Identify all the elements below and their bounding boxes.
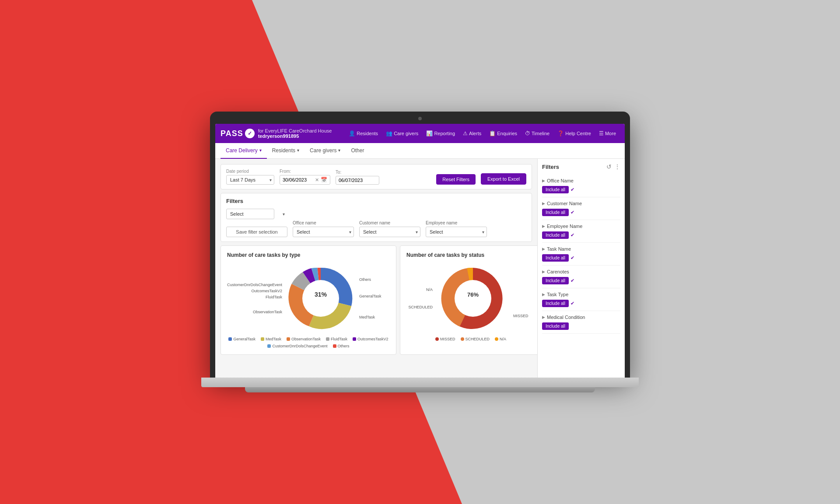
label-medtask: MedTask — [359, 315, 390, 319]
laptop-base — [201, 378, 639, 387]
laptop-foot — [245, 387, 595, 392]
sidebar-filter-task-type: ▶ Task Type Include all ✔ — [542, 288, 620, 311]
nav-other-sec[interactable]: Other — [346, 143, 369, 159]
nav-alerts[interactable]: ⚠ Alerts — [459, 129, 485, 138]
chart1-area: CustomerDnrDolsChangeEvent OutcomesTaskV… — [227, 263, 390, 348]
office-include-all-button[interactable]: Include all — [542, 186, 569, 193]
chart2-donut: 76% — [438, 263, 508, 333]
sidebar-reset-icon[interactable]: ↺ — [606, 163, 612, 170]
sidebar-more-icon[interactable]: ⋮ — [614, 163, 620, 170]
legend-outcomestask: OutcomesTaskV2 — [353, 337, 388, 341]
care-givers-caret: ▾ — [338, 148, 340, 153]
nav-caregivers[interactable]: 👥 Care givers — [382, 129, 422, 138]
from-date-calendar-icon[interactable]: 📅 — [321, 177, 327, 183]
nav-reporting[interactable]: 📊 Reporting — [423, 129, 458, 138]
chart1-right-labels: Others GeneralTask MedTask — [359, 277, 390, 319]
chart1-donut: 31% — [286, 263, 356, 333]
legend-na: N/A — [495, 337, 506, 341]
from-date-input[interactable] — [283, 177, 313, 182]
filter-placeholder-select[interactable]: Select — [226, 209, 274, 219]
sidebar-filter-medical-header[interactable]: ▶ Medical Condition — [542, 315, 620, 320]
medical-include-all-button[interactable]: Include all — [542, 322, 569, 330]
sidebar-header: Filters ↺ ⋮ — [542, 163, 620, 170]
logo-check: ✓ — [245, 129, 255, 138]
sidebar-filter-carenotes: ▶ Carenotes Include all ✔ — [542, 266, 620, 288]
task-type-include-all-button[interactable]: Include all — [542, 300, 569, 307]
nav-more[interactable]: ☰ More — [595, 129, 620, 138]
carenotes-include-all-button[interactable]: Include all — [542, 277, 569, 284]
nav-items: 👤 Residents 👥 Care givers 📊 Reporting — [345, 129, 620, 138]
nav-subtitle: for EveryLIFE CareOrchard House tedryers… — [258, 128, 339, 139]
from-date-group: From: ✕ 📅 — [280, 169, 330, 185]
customer-name-select-wrapper: Select — [359, 227, 420, 237]
residents-icon: 👤 — [349, 130, 355, 136]
sidebar-filters: Filters ↺ ⋮ ▶ Office Name — [537, 159, 625, 378]
legend-observationtask: ObservationTask — [287, 337, 321, 341]
customer-name-select[interactable]: Select — [359, 227, 420, 237]
chart2-title: Number of care tasks by status — [406, 252, 535, 258]
controls-bar: Date period Last 7 Days From: — [220, 164, 532, 189]
office-name-select[interactable]: Select — [293, 227, 354, 237]
customer-name-label: Customer name — [359, 220, 420, 225]
legend-missed: MISSED — [435, 337, 455, 341]
employee-name-select[interactable]: Select — [426, 227, 487, 237]
sidebar-filter-task-header[interactable]: ▶ Task Name — [542, 246, 620, 252]
filters-section: Filters Select Save filter selection — [220, 193, 532, 242]
sidebar-filter-employee-header[interactable]: ▶ Employee Name — [542, 224, 620, 229]
sidebar-filter-customer-name: ▶ Customer Name Include all ✔ — [542, 197, 620, 220]
nav-care-delivery[interactable]: Care Delivery ▾ — [220, 143, 267, 159]
carenotes-chevron-icon: ▶ — [542, 270, 545, 274]
label-na: N/A — [406, 287, 433, 292]
date-period-select[interactable]: Last 7 Days — [226, 175, 274, 185]
nav-help[interactable]: ❓ Help Centre — [554, 129, 595, 138]
sidebar-filter-carenotes-header[interactable]: ▶ Carenotes — [542, 269, 620, 274]
employee-name-select-wrapper: Select — [426, 227, 487, 237]
nav-care-givers-sec[interactable]: Care givers ▾ — [304, 143, 346, 159]
nav-timeline[interactable]: ⏱ Timeline — [522, 129, 553, 138]
reset-filters-button[interactable]: Reset Filters — [436, 174, 476, 185]
legend-medtask: MedTask — [261, 337, 281, 341]
employee-name-label: Employee name — [426, 220, 487, 225]
label-missed-right: MISSED — [513, 314, 535, 318]
nav-residents-sec[interactable]: Residents ▾ — [267, 143, 304, 159]
save-filter-button[interactable]: Save filter selection — [226, 227, 287, 237]
nav-enquiries[interactable]: 📋 Enquiries — [486, 129, 521, 138]
sidebar-title: Filters — [542, 164, 559, 170]
from-date-clear-icon[interactable]: ✕ — [315, 177, 319, 183]
charts-row: Number of care tasks by type CustomerDnr… — [220, 245, 532, 355]
svg-text:76%: 76% — [467, 291, 479, 298]
laptop-camera — [418, 117, 422, 120]
chart2-left-labels: N/A SCHEDULED — [406, 287, 433, 309]
sidebar-filter-task-type-header[interactable]: ▶ Task Type — [542, 292, 620, 297]
from-date-input-wrapper[interactable]: ✕ 📅 — [280, 175, 330, 185]
customer-name-filter-group: Customer name Select — [359, 220, 420, 237]
task-type-chevron-icon: ▶ — [542, 292, 545, 297]
filter-placeholder-group: Select Save filter selection — [226, 209, 287, 237]
label-outcomes: OutcomesTaskV2 — [227, 289, 282, 293]
nav-residents[interactable]: 👤 Residents — [345, 129, 382, 138]
export-excel-button[interactable]: Export to Excel — [481, 173, 526, 185]
chart2-right-labels: MISSED — [513, 279, 535, 318]
office-name-select-wrapper: Select — [293, 227, 354, 237]
office-check-icon: ✔ — [570, 187, 574, 192]
from-label: From: — [280, 169, 330, 174]
to-date-input-wrapper[interactable] — [336, 176, 379, 185]
sidebar-filter-customer-header[interactable]: ▶ Customer Name — [542, 201, 620, 206]
sidebar-actions: ↺ ⋮ — [606, 163, 620, 170]
to-date-input[interactable] — [339, 178, 369, 183]
customer-chevron-icon: ▶ — [542, 201, 545, 206]
sidebar-filter-office-header[interactable]: ▶ Office Name — [542, 178, 620, 183]
chart1-left-labels: CustomerDnrDolsChangeEvent OutcomesTaskV… — [227, 283, 282, 314]
legend-scheduled: SCHEDULED — [461, 337, 490, 341]
task-include-all-button[interactable]: Include all — [542, 254, 569, 262]
label-observation: ObservationTask — [227, 310, 282, 314]
to-label: To: — [336, 170, 379, 175]
customer-include-all-button[interactable]: Include all — [542, 209, 569, 216]
filter-placeholder-select-wrapper: Select — [226, 209, 287, 219]
timeline-icon: ⏱ — [525, 130, 530, 136]
legend-fluidtask: FluidTask — [326, 337, 347, 341]
logo-text: PASS — [220, 129, 243, 138]
chart-tasks-by-status: Number of care tasks by status N/A SCHED… — [400, 245, 537, 355]
employee-include-all-button[interactable]: Include all — [542, 231, 569, 239]
main-content: Date period Last 7 Days From: — [215, 159, 625, 378]
